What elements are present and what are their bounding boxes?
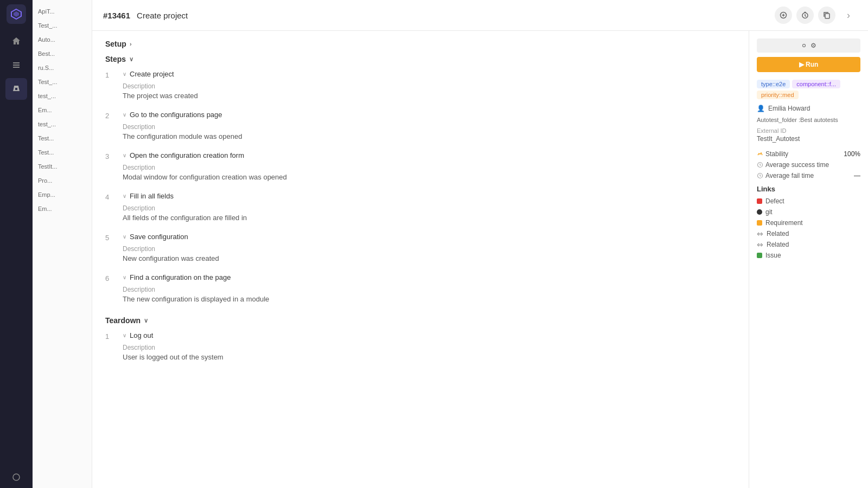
links-section: Links Defect git Requirement ⇔ Related <box>757 185 860 259</box>
copy-icon-btn[interactable] <box>818 7 835 24</box>
step-item-3: 3 ∨ Open the configuration creation form… <box>105 151 736 181</box>
step-content-3: ∨ Open the configuration creation form D… <box>123 151 736 181</box>
step-content-6: ∨ Find a configuration on the page Descr… <box>123 273 736 303</box>
nav-item-11[interactable]: TestIt... <box>33 159 92 174</box>
settings-btn-label: ⚙ <box>810 42 816 49</box>
sidebar-add[interactable] <box>5 466 27 488</box>
setup-label: Setup <box>105 40 126 48</box>
step-number-6: 6 <box>105 273 114 303</box>
nav-item-5[interactable]: Test_... <box>33 75 92 89</box>
teardown-step-title-1: ∨ Log out <box>123 331 736 339</box>
link-icon-btn[interactable] <box>775 7 792 24</box>
link-git[interactable]: git <box>757 208 860 216</box>
header-actions: › <box>775 7 857 24</box>
step-number-2: 2 <box>105 111 114 140</box>
author-icon: 👤 <box>757 105 765 112</box>
step-number-4: 4 <box>105 192 114 222</box>
author-row: 👤 Emilia Howard <box>757 105 860 112</box>
link-requirement-label: Requirement <box>765 219 803 227</box>
nav-item-4[interactable]: ru.S... <box>33 61 92 75</box>
step-number-1: 1 <box>105 70 114 100</box>
link-issue[interactable]: Issue <box>757 252 860 259</box>
tag-1[interactable]: component::f... <box>792 80 840 88</box>
nav-item-14[interactable]: Em... <box>33 202 92 216</box>
sidebar-tests[interactable] <box>5 78 27 100</box>
step-title-text-3: Open the configuration creation form <box>130 151 244 159</box>
nav-item-12[interactable]: Pro... <box>33 174 92 188</box>
nav-item-7[interactable]: Em... <box>33 103 92 117</box>
tag-2[interactable]: priority::med <box>757 91 799 99</box>
svg-point-5 <box>13 474 20 480</box>
sidebar-home[interactable] <box>5 30 27 52</box>
step-desc-label-5: Description <box>123 245 736 253</box>
teardown-step-content-1: ∨ Log out Description User is logged out… <box>123 331 736 361</box>
svg-rect-3 <box>13 65 20 66</box>
nav-item-13[interactable]: Emp... <box>33 188 92 202</box>
sidebar-list[interactable] <box>5 54 27 76</box>
nav-item-10[interactable]: Test... <box>33 145 92 159</box>
step-title-5: ∨ Save configuration <box>123 233 736 241</box>
teardown-section-header[interactable]: Teardown ∨ <box>105 316 736 325</box>
related2-icon: ⇔ <box>757 241 763 248</box>
step-number-3: 3 <box>105 151 114 181</box>
related1-icon: ⇔ <box>757 230 763 237</box>
requirement-dot <box>757 220 762 226</box>
app-logo[interactable] <box>7 4 26 24</box>
step-title-text-4: Fill in all fields <box>130 192 174 200</box>
step-chevron-6: ∨ <box>123 274 126 280</box>
issue-dot <box>757 253 762 258</box>
step-desc-value-2: The configuration module was opened <box>123 132 736 140</box>
step-content-2: ∨ Go to the configurations page Descript… <box>123 111 736 140</box>
step-title-6: ∨ Find a configuration on the page <box>123 273 736 281</box>
link-defect-label: Defect <box>765 197 784 205</box>
link-defect[interactable]: Defect <box>757 197 860 205</box>
step-item-4: 4 ∨ Fill in all fields Description All f… <box>105 192 736 222</box>
run-button[interactable]: ▶ Run <box>757 57 860 72</box>
avg-fail-value: — <box>854 172 860 179</box>
right-panel: ⚙ ▶ Run type::e2e component::f... priori… <box>749 31 868 488</box>
step-desc-value-6: The new configuration is displayed in a … <box>123 295 736 303</box>
stability-icon <box>757 151 763 157</box>
teardown-step-number-1: 1 <box>105 331 114 361</box>
settings-button[interactable]: ⚙ <box>757 38 860 53</box>
step-title-text-6: Find a configuration on the page <box>130 273 231 281</box>
step-desc-label-6: Description <box>123 286 736 293</box>
timer-icon-btn[interactable] <box>796 7 814 24</box>
step-title-text-2: Go to the configurations page <box>130 111 222 119</box>
link-related1-label: Related <box>767 230 789 237</box>
steps-section-header[interactable]: Steps ∨ <box>105 55 736 63</box>
setup-section-header[interactable]: Setup › <box>105 40 736 48</box>
header: #13461 Create project <box>92 0 868 31</box>
links-title: Links <box>757 185 860 193</box>
link-issue-label: Issue <box>765 252 781 259</box>
step-desc-label-4: Description <box>123 204 736 212</box>
chevron-right-btn[interactable]: › <box>840 7 857 24</box>
avg-success-icon <box>757 162 763 168</box>
nav-item-8[interactable]: test_... <box>33 117 92 131</box>
stability-label-group: Stability <box>757 150 788 158</box>
main-content: #13461 Create project <box>92 0 868 488</box>
step-title-1: ∨ Create project <box>123 70 736 78</box>
step-title-text-1: Create project <box>130 70 174 78</box>
nav-list: ApiT... Test_... Auto... Best... ru.S...… <box>33 0 92 488</box>
link-related-1[interactable]: ⇔ Related <box>757 230 860 237</box>
step-number-5: 5 <box>105 233 114 262</box>
nav-item-3[interactable]: Best... <box>33 47 92 61</box>
step-desc-label-2: Description <box>123 123 736 131</box>
nav-item-6[interactable]: test_... <box>33 89 92 103</box>
teardown-desc-value-1: User is logged out of the system <box>123 353 736 361</box>
nav-item-1[interactable]: Test_... <box>33 18 92 33</box>
tag-0[interactable]: type::e2e <box>757 80 790 88</box>
test-id: #13461 <box>103 11 130 20</box>
avg-fail-label: Average fail time <box>765 172 814 179</box>
git-dot <box>757 209 762 215</box>
steps-label: Steps <box>105 55 126 63</box>
avg-fail-row: Average fail time — <box>757 172 860 179</box>
link-requirement[interactable]: Requirement <box>757 219 860 227</box>
link-related-2[interactable]: ⇔ Related <box>757 241 860 248</box>
avg-fail-label-group: Average fail time <box>757 172 814 179</box>
nav-item-2[interactable]: Auto... <box>33 33 92 47</box>
step-chevron-2: ∨ <box>123 112 126 118</box>
nav-item-0[interactable]: ApiT... <box>33 4 92 18</box>
nav-item-9[interactable]: Test... <box>33 131 92 145</box>
